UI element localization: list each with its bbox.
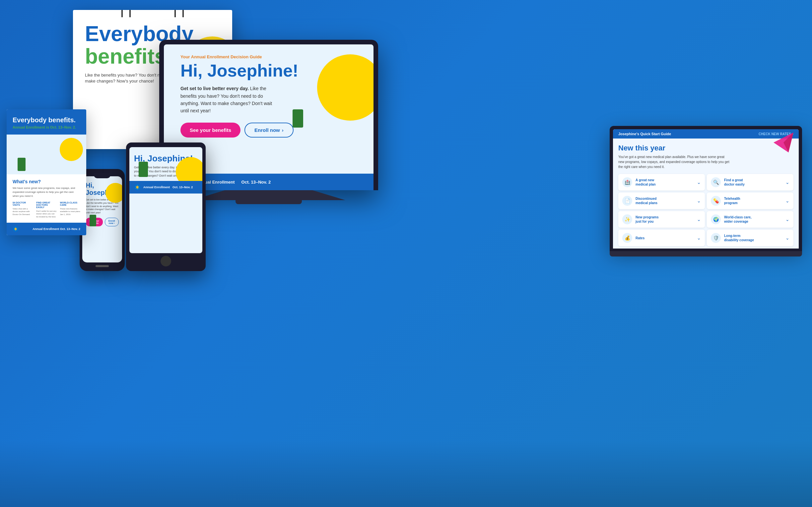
tablet-enrollment-label: Annual Enrollment [143, 185, 170, 189]
tablet-enrollment-bar: Annual Enrollment Oct. 13–Nov. 2 [130, 181, 202, 193]
world-class-text: World-class care,wider coverage [724, 215, 752, 224]
tablet-content: Hi, Josephine! Get set to live better ev… [130, 147, 202, 193]
world-class-icon: 🌍 [711, 214, 721, 224]
telehealth-icon: 💊 [711, 196, 721, 206]
clip-left [121, 10, 131, 17]
brochure-image-area [7, 134, 86, 174]
brochure-col-2: FIND GREAT DOCTORS EASILY Don't settle f… [36, 202, 56, 218]
tablet-outer: Hi, Josephine! Get set to live better ev… [126, 143, 206, 271]
floor-reflection [0, 441, 812, 507]
brochure-footer: Annual Enrollment Oct. 13–Nov. 2 [7, 223, 86, 235]
monitor-subtitle: Get set to live better every day. Like t… [181, 85, 273, 115]
laptop-card-rates-left: 💰 Rates [622, 233, 645, 243]
brochure-col3-text: These new features available to most pla… [60, 208, 80, 216]
phone-screen: Hi, Josephine! Get set to live better ev… [82, 176, 122, 263]
find-doctor-text: Find a greatdoctor easily [724, 178, 745, 186]
laptop-hinge [610, 248, 802, 251]
laptop-card-telehealth-left: 💊 Telehealthprogram [711, 196, 740, 206]
laptop-card-world-left: 🌍 World-class care,wider coverage [711, 214, 752, 224]
world-class-chevron-icon: ⌄ [785, 217, 790, 222]
laptop-description: You've got a great new medical plan avai… [618, 155, 731, 169]
medical-plan-chevron-icon: ⌄ [697, 180, 701, 185]
laptop-pink-arrow [773, 132, 794, 154]
find-doctor-chevron-icon: ⌄ [785, 180, 790, 185]
laptop-card-medical-left: 🏥 A great newmedical plan [622, 177, 656, 187]
phone-notch [94, 173, 110, 178]
see-benefits-button[interactable]: See your benefits [181, 123, 241, 137]
enroll-chevron-icon: › [282, 127, 284, 133]
brochure-col2-title: FIND GREAT DOCTORS EASILY [36, 202, 56, 209]
laptop-card-world-class[interactable]: 🌍 World-class care,wider coverage ⌄ [707, 211, 794, 228]
brochure-figure [13, 141, 33, 171]
medical-plan-text: A great newmedical plan [636, 178, 656, 186]
tablet-screen: Hi, Josephine! Get set to live better ev… [130, 147, 202, 253]
brochure-col3-title: WORLD-CLASS CARE [60, 202, 80, 206]
monitor-figure [287, 84, 314, 127]
rates-chevron-icon: ⌄ [697, 235, 701, 240]
discontinued-text: Discontinuedmedical plans [636, 196, 657, 205]
phone-enroll-chevron: › [114, 222, 115, 224]
telehealth-chevron-icon: ⌄ [785, 198, 790, 204]
brochure-whats-new-text: We have some great new programs, low cop… [13, 186, 80, 198]
find-doctor-icon: 🔍 [711, 177, 721, 187]
laptop-container: Josephine's Quick Start Guide CHECK NEW … [610, 126, 802, 257]
tablet-enrollment-dates: Oct. 13–Nov. 2 [172, 185, 193, 189]
clip-right [174, 10, 184, 17]
disability-text: Long-termdisability coverage [724, 234, 754, 242]
monitor-label: Your Annual Enrollment Decision Guide [181, 54, 357, 59]
laptop-screen: Josephine's Quick Start Guide CHECK NEW … [613, 129, 799, 248]
laptop-main: New this year You've got a great new med… [613, 138, 799, 248]
laptop-card-new-programs[interactable]: ✨ New programsjust for you ⌄ [618, 211, 705, 228]
laptop-card-discontinued[interactable]: 📄 Discontinuedmedical plans ⌄ [618, 192, 705, 209]
new-programs-text: New programsjust for you [636, 215, 658, 224]
phone-enroll-button[interactable]: Enroll now › [105, 218, 119, 226]
brochure-col-1: $4 DOCTOR VISITS Video chat with a docto… [13, 202, 33, 218]
phone-figure [86, 196, 105, 226]
laptop-card-telehealth[interactable]: 💊 Telehealthprogram ⌄ [707, 192, 794, 209]
brochure-container: Everybody benefits. Annual Enrollment is… [7, 109, 86, 235]
laptop-header: Josephine's Quick Start Guide CHECK NEW … [613, 129, 799, 138]
telehealth-text: Telehealthprogram [724, 196, 740, 205]
brochure-col2-text: Don't settle for just any doctor when yo… [36, 210, 56, 218]
brochure-title: Everybody benefits. [13, 116, 80, 124]
laptop-card-doctor-left: 🔍 Find a greatdoctor easily [711, 177, 745, 187]
brochure-header: Everybody benefits. Annual Enrollment is… [7, 109, 86, 134]
phone-container: Hi, Josephine! Get set to live better ev… [80, 169, 125, 271]
tablet-container: Hi, Josephine! Get set to live better ev… [126, 143, 206, 271]
enroll-now-button[interactable]: Enroll now › [245, 123, 294, 137]
tablet-spark-icon [134, 184, 141, 190]
brochure-columns: $4 DOCTOR VISITS Video chat with a docto… [13, 202, 80, 218]
brochure-col1-text: Video chat with a doctor anytime with Do… [13, 208, 33, 216]
discontinued-icon: 📄 [622, 196, 632, 206]
laptop-card-disability-left: 🛡️ Long-termdisability coverage [711, 233, 754, 243]
brochure-yellow-circle [60, 138, 83, 161]
enroll-now-label: Enroll now [254, 127, 280, 133]
brochure-body: What's new? We have some great new progr… [7, 174, 86, 223]
monitor-enrollment-dates: Oct. 13–Nov. 2 [242, 180, 271, 184]
rates-icon: 💰 [622, 233, 632, 243]
brochure: Everybody benefits. Annual Enrollment is… [7, 109, 86, 235]
medical-plan-icon: 🏥 [622, 177, 632, 187]
laptop-card-find-doctor[interactable]: 🔍 Find a greatdoctor easily ⌄ [707, 174, 794, 190]
disability-icon: 🛡️ [711, 233, 721, 243]
laptop-header-title: Josephine's Quick Start Guide [618, 132, 671, 136]
laptop-card-discontinued-left: 📄 Discontinuedmedical plans [622, 196, 657, 206]
poster-clips [73, 10, 232, 17]
laptop-card-rates[interactable]: 💰 Rates ⌄ [618, 230, 705, 246]
new-programs-chevron-icon: ⌄ [697, 217, 701, 222]
disability-chevron-icon: ⌄ [785, 235, 790, 240]
laptop-screen-outer: Josephine's Quick Start Guide CHECK NEW … [610, 126, 802, 248]
laptop-base [610, 251, 802, 257]
phone-content: Hi, Josephine! Get set to live better ev… [82, 176, 122, 230]
brochure-footer-text: Annual Enrollment Oct. 13–Nov. 2 [33, 227, 80, 231]
monitor-subtitle-bold: Get set to live better every day. [181, 86, 249, 91]
laptop-card-medical-plan[interactable]: 🏥 A great newmedical plan ⌄ [618, 174, 705, 190]
laptop-card-programs-left: ✨ New programsjust for you [622, 214, 658, 224]
monitor-content: Your Annual Enrollment Decision Guide Hi… [164, 44, 373, 148]
laptop-cards-grid: 🏥 A great newmedical plan ⌄ 🔍 Find a gre… [618, 174, 794, 246]
laptop-section-title: New this year [618, 144, 794, 153]
brochure-spark-icon [13, 226, 18, 232]
discontinued-chevron-icon: ⌄ [697, 198, 701, 204]
tablet-home-button [160, 256, 171, 267]
laptop-card-disability[interactable]: 🛡️ Long-termdisability coverage ⌄ [707, 230, 794, 246]
